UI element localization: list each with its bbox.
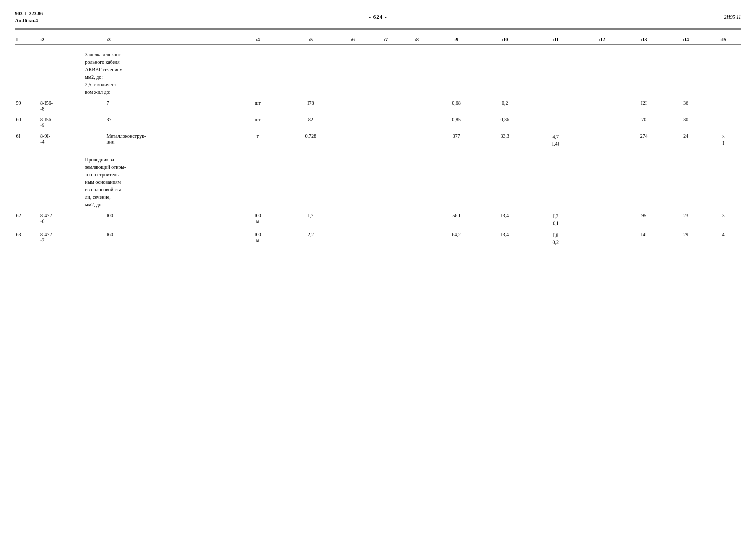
cell-row-num: 6I: [15, 131, 39, 150]
cell-col9: 56,I: [432, 210, 480, 229]
cell-col14: 24: [666, 131, 706, 150]
cell-col15: 3: [706, 210, 741, 229]
cell-col5: I,7: [286, 210, 335, 229]
cell-col9: 64,2: [432, 229, 480, 248]
col-header-4: :4: [229, 35, 286, 45]
cell-unit: шт: [229, 98, 286, 114]
cell-col9: 0,85: [432, 114, 480, 131]
table-body: Заделка для конт-рольного кабеляАКВВГ се…: [15, 45, 741, 249]
cell-description: I00: [106, 210, 229, 229]
cell-col13: 70: [622, 114, 666, 131]
cell-col9: 377: [432, 131, 480, 150]
col-header-3: :3: [106, 35, 229, 45]
col-header-9: :9: [432, 35, 480, 45]
table-row: 598-I56- -87штI780,680,2I2I36: [15, 98, 741, 114]
cell-col7: [370, 114, 401, 131]
cell-col7: [370, 98, 401, 114]
cell-col7: [370, 229, 401, 248]
cell-col9: 0,68: [432, 98, 480, 114]
cell-col11: [529, 114, 582, 131]
col-header-7: :7: [370, 35, 401, 45]
table-row: 628-472- -6I00I00 мI,756,II3,4I,70,I9523…: [15, 210, 741, 229]
col-header-13: :I3: [622, 35, 666, 45]
column-header-row: I :2 :3 :4 :5 :6 :7 :8 :9 :I0 :II :I2 :I…: [15, 35, 741, 45]
cell-code: 8-I56- -9: [39, 114, 106, 131]
header-doc-info: Ал.I6 кн.4: [15, 17, 43, 24]
cell-col7: [370, 131, 401, 150]
header-divider-top: [15, 28, 741, 28]
col-header-11: :II: [529, 35, 582, 45]
col-header-5: :5: [286, 35, 335, 45]
cell-description: 7: [106, 98, 229, 114]
cell-row-num: 62: [15, 210, 39, 229]
cell-col13: I4I: [622, 229, 666, 248]
cell-col13: 95: [622, 210, 666, 229]
table-row: 608-I56- -937шт820,850,367030: [15, 114, 741, 131]
header-page-number: - 624 -: [369, 14, 387, 20]
cell-col12: [582, 131, 622, 150]
cell-col12: [582, 210, 622, 229]
cell-col8: [401, 229, 432, 248]
cell-col6: [335, 98, 370, 114]
cell-description: I60: [106, 229, 229, 248]
cell-col14: 30: [666, 114, 706, 131]
cell-col11: I,70,I: [529, 210, 582, 229]
cell-col5: 0,728: [286, 131, 335, 150]
cell-col12: [582, 114, 622, 131]
cell-unit: т: [229, 131, 286, 150]
page-header: 903-I- 223.86 Ал.I6 кн.4 - 624 - 2И95·11: [15, 10, 741, 30]
cell-col15: 3I: [706, 131, 741, 150]
col-header-8: :8: [401, 35, 432, 45]
cell-col11: [529, 98, 582, 114]
cell-code: 8-9I- -4: [39, 131, 106, 150]
cell-row-num: 63: [15, 229, 39, 248]
cell-col12: [582, 98, 622, 114]
cell-col14: 23: [666, 210, 706, 229]
cell-col8: [401, 210, 432, 229]
header-doc-number: 903-I- 223.86: [15, 10, 43, 17]
col-header-2: :2: [39, 35, 106, 45]
description-row: Проводник за-земляющий откры-то по строи…: [15, 150, 741, 210]
col-header-14: :I4: [666, 35, 706, 45]
cell-col5: 2,2: [286, 229, 335, 248]
cell-col6: [335, 210, 370, 229]
cell-col11: 4,7I,4I: [529, 131, 582, 150]
cell-col8: [401, 131, 432, 150]
col-header-12: :I2: [582, 35, 622, 45]
cell-col14: 29: [666, 229, 706, 248]
table-row: 6I8-9I- -4Металлоконструк- циит0,7283773…: [15, 131, 741, 150]
cell-col5: 82: [286, 114, 335, 131]
cell-col12: [582, 229, 622, 248]
cell-col7: [370, 210, 401, 229]
header-left: 903-I- 223.86 Ал.I6 кн.4: [15, 10, 43, 24]
cell-col10: 33,3: [480, 131, 529, 150]
cell-row-num: 60: [15, 114, 39, 131]
cell-unit: шт: [229, 114, 286, 131]
cell-col10: I3,4: [480, 210, 529, 229]
cell-col13: 274: [622, 131, 666, 150]
cell-col10: 0,2: [480, 98, 529, 114]
cell-col8: [401, 98, 432, 114]
cell-col15: [706, 98, 741, 114]
description-text: Проводник за-земляющий откры-то по строи…: [85, 156, 740, 208]
cell-code: 8-472- -7: [39, 229, 106, 248]
cell-col6: [335, 229, 370, 248]
cell-col14: 36: [666, 98, 706, 114]
cell-col5: I78: [286, 98, 335, 114]
cell-col15: [706, 114, 741, 131]
cell-col15: 4: [706, 229, 741, 248]
cell-unit: I00 м: [229, 210, 286, 229]
col-header-6: :6: [335, 35, 370, 45]
cell-unit: I00 м: [229, 229, 286, 248]
cell-col6: [335, 114, 370, 131]
cell-col13: I2I: [622, 98, 666, 114]
col-header-1: I: [15, 35, 39, 45]
cell-col8: [401, 114, 432, 131]
cell-col11: I,80,2: [529, 229, 582, 248]
cell-row-num: 59: [15, 98, 39, 114]
cell-col10: 0,36: [480, 114, 529, 131]
cell-col6: [335, 131, 370, 150]
cell-code: 8-472- -6: [39, 210, 106, 229]
header-divider-bottom: [15, 29, 741, 30]
description-row: Заделка для конт-рольного кабеляАКВВГ се…: [15, 45, 741, 98]
